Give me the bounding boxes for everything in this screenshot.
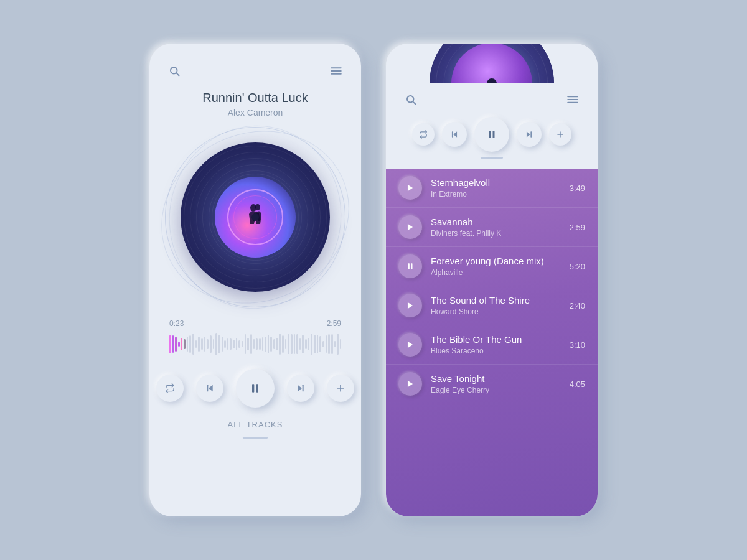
waveform-bar[interactable]: [308, 338, 310, 350]
prev-button[interactable]: [196, 375, 223, 402]
waveform-bar[interactable]: [242, 341, 243, 347]
waveform-bar[interactable]: [268, 335, 270, 353]
waveform-bar[interactable]: [319, 336, 321, 352]
waveform-bar[interactable]: [288, 334, 289, 353]
waveform-bar[interactable]: [314, 335, 316, 354]
track-item[interactable]: SavannahDiviners feat. Philly K2:59: [386, 208, 598, 247]
track-info: The Sound of The ShireHoward Shore: [431, 295, 565, 316]
waveform-bar[interactable]: [337, 334, 339, 355]
track-play-button[interactable]: [398, 333, 422, 357]
waveform-bar[interactable]: [299, 338, 301, 350]
waveform-bar[interactable]: [192, 334, 194, 354]
waveform-bar[interactable]: [198, 337, 200, 352]
track-name: Save Tonight: [431, 373, 565, 384]
waveform-bar[interactable]: [253, 339, 255, 349]
right-add-button[interactable]: [549, 123, 571, 146]
waveform-bar[interactable]: [331, 334, 333, 355]
waveform-bar[interactable]: [236, 338, 238, 350]
track-info: Forever young (Dance mix)Alphaville: [431, 256, 565, 277]
waveform-section[interactable]: 0:23 2:59: [164, 319, 346, 357]
vinyl-disc: [181, 142, 330, 292]
waveform-bar[interactable]: [273, 339, 275, 349]
waveform-bar[interactable]: [169, 335, 171, 354]
right-repeat-button[interactable]: [412, 123, 435, 146]
waveform-bar[interactable]: [291, 334, 293, 355]
waveform-bar[interactable]: [311, 334, 312, 355]
waveform-bar[interactable]: [195, 340, 197, 348]
repeat-button[interactable]: [156, 375, 184, 402]
next-button[interactable]: [287, 375, 314, 402]
waveform-bar[interactable]: [294, 334, 296, 354]
menu-button[interactable]: [326, 61, 346, 81]
track-play-button[interactable]: [398, 254, 422, 278]
waveform-bar[interactable]: [270, 337, 272, 352]
waveform-bar[interactable]: [210, 335, 212, 353]
waveform-bar[interactable]: [213, 339, 215, 349]
waveform-bar[interactable]: [326, 335, 327, 352]
waveform[interactable]: [169, 332, 341, 357]
right-prev-button[interactable]: [442, 122, 467, 147]
waveform-bar[interactable]: [184, 339, 186, 349]
right-search-button[interactable]: [401, 90, 421, 110]
track-item[interactable]: Save TonightEagle Eye Cherry4:05: [386, 365, 598, 403]
waveform-bar[interactable]: [276, 338, 278, 350]
right-bottom-indicator: [481, 157, 503, 159]
waveform-bar[interactable]: [340, 339, 342, 349]
track-item[interactable]: Forever young (Dance mix)Alphaville5:20: [386, 247, 598, 286]
waveform-bar[interactable]: [222, 337, 223, 352]
waveform-bar[interactable]: [187, 337, 189, 352]
waveform-bar[interactable]: [256, 338, 258, 350]
search-button[interactable]: [164, 61, 184, 81]
waveform-bar[interactable]: [175, 337, 177, 352]
waveform-bar[interactable]: [259, 338, 261, 350]
waveform-bar[interactable]: [250, 334, 252, 354]
waveform-bar[interactable]: [262, 337, 264, 352]
add-button[interactable]: [327, 375, 354, 402]
waveform-bar[interactable]: [224, 340, 226, 347]
svg-marker-34: [408, 381, 413, 388]
waveform-bar[interactable]: [201, 338, 203, 350]
waveform-bar[interactable]: [285, 339, 287, 350]
waveform-bar[interactable]: [265, 337, 266, 352]
svg-rect-31: [411, 263, 412, 269]
right-menu-button[interactable]: [563, 90, 583, 110]
waveform-bar[interactable]: [181, 338, 183, 350]
waveform-bar[interactable]: [328, 334, 330, 353]
waveform-bar[interactable]: [317, 335, 319, 353]
waveform-bar[interactable]: [230, 338, 232, 350]
right-pause-button[interactable]: [474, 117, 509, 152]
play-icon: [406, 301, 415, 310]
waveform-bar[interactable]: [282, 335, 284, 353]
waveform-bar[interactable]: [279, 334, 281, 355]
waveform-bar[interactable]: [247, 338, 249, 350]
svg-marker-7: [209, 385, 213, 392]
track-item[interactable]: The Sound of The ShireHoward Shore2:40: [386, 286, 598, 325]
track-play-button[interactable]: [398, 215, 422, 239]
track-play-button[interactable]: [398, 294, 422, 317]
track-duration: 4:05: [570, 380, 585, 389]
waveform-bar[interactable]: [233, 340, 235, 348]
waveform-bar[interactable]: [207, 339, 209, 350]
right-next-button[interactable]: [517, 122, 542, 147]
waveform-bar[interactable]: [305, 339, 307, 349]
waveform-bar[interactable]: [204, 337, 206, 351]
waveform-bar[interactable]: [227, 338, 229, 350]
waveform-bar[interactable]: [296, 334, 298, 354]
waveform-bar[interactable]: [215, 333, 217, 355]
pause-button[interactable]: [236, 369, 275, 408]
waveform-bar[interactable]: [245, 334, 247, 353]
track-item[interactable]: SternhagelvollIn Extremo3:49: [386, 169, 598, 208]
waveform-bar[interactable]: [322, 341, 324, 347]
total-time: 2:59: [327, 319, 341, 328]
track-item[interactable]: The Bible Or The GunBlues Saraceno3:10: [386, 325, 598, 365]
track-play-button[interactable]: [398, 372, 422, 396]
waveform-bar[interactable]: [218, 335, 220, 353]
waveform-bar[interactable]: [238, 340, 240, 348]
waveform-bar[interactable]: [189, 335, 191, 353]
svg-marker-20: [453, 131, 457, 137]
waveform-bar[interactable]: [302, 335, 304, 354]
waveform-bar[interactable]: [178, 342, 180, 347]
waveform-bar[interactable]: [172, 335, 174, 352]
track-play-button[interactable]: [398, 176, 422, 200]
waveform-bar[interactable]: [334, 341, 336, 347]
